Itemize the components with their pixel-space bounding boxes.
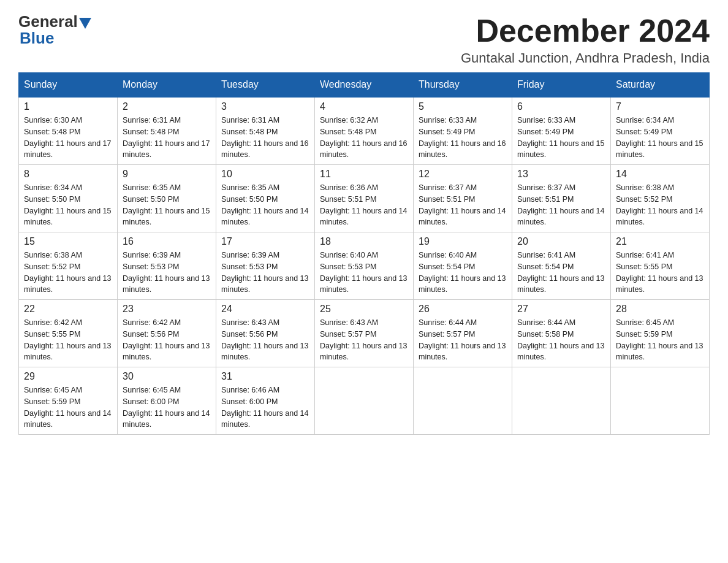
day-info: Sunrise: 6:41 AM Sunset: 5:55 PM Dayligh… (616, 250, 704, 296)
day-number: 11 (320, 169, 408, 180)
calendar-header-sunday: Sunday (19, 73, 118, 98)
day-info: Sunrise: 6:36 AM Sunset: 5:51 PM Dayligh… (320, 182, 408, 228)
day-info: Sunrise: 6:32 AM Sunset: 5:48 PM Dayligh… (320, 115, 408, 161)
calendar-header-friday: Friday (512, 73, 611, 98)
day-info: Sunrise: 6:43 AM Sunset: 5:56 PM Dayligh… (221, 317, 309, 363)
calendar-week-4: 22 Sunrise: 6:42 AM Sunset: 5:55 PM Dayl… (19, 300, 710, 367)
day-number: 3 (221, 101, 309, 112)
day-info: Sunrise: 6:43 AM Sunset: 5:57 PM Dayligh… (320, 317, 408, 363)
calendar-day: 1 Sunrise: 6:30 AM Sunset: 5:48 PM Dayli… (19, 97, 118, 165)
day-number: 2 (123, 101, 211, 112)
logo: General Blue (18, 12, 93, 48)
day-number: 9 (123, 169, 211, 180)
calendar-day: 22 Sunrise: 6:42 AM Sunset: 5:55 PM Dayl… (19, 300, 118, 367)
day-info: Sunrise: 6:34 AM Sunset: 5:50 PM Dayligh… (24, 182, 112, 228)
calendar-day: 29 Sunrise: 6:45 AM Sunset: 5:59 PM Dayl… (19, 367, 118, 435)
calendar-week-3: 15 Sunrise: 6:38 AM Sunset: 5:52 PM Dayl… (19, 232, 710, 300)
calendar-day: 16 Sunrise: 6:39 AM Sunset: 5:53 PM Dayl… (118, 232, 216, 300)
calendar-day: 4 Sunrise: 6:32 AM Sunset: 5:48 PM Dayli… (315, 97, 414, 165)
day-number: 30 (123, 371, 211, 382)
logo-arrow-icon (79, 18, 91, 29)
day-number: 17 (221, 236, 309, 247)
day-number: 22 (24, 304, 112, 315)
calendar-day: 15 Sunrise: 6:38 AM Sunset: 5:52 PM Dayl… (19, 232, 118, 300)
day-info: Sunrise: 6:42 AM Sunset: 5:56 PM Dayligh… (123, 317, 211, 363)
calendar-week-1: 1 Sunrise: 6:30 AM Sunset: 5:48 PM Dayli… (19, 97, 710, 165)
calendar-day: 8 Sunrise: 6:34 AM Sunset: 5:50 PM Dayli… (19, 165, 118, 232)
day-info: Sunrise: 6:41 AM Sunset: 5:54 PM Dayligh… (517, 250, 605, 296)
calendar-day: 7 Sunrise: 6:34 AM Sunset: 5:49 PM Dayli… (611, 97, 710, 165)
calendar-day (611, 367, 710, 435)
calendar-day (414, 367, 512, 435)
day-number: 7 (616, 101, 704, 112)
calendar-table: SundayMondayTuesdayWednesdayThursdayFrid… (18, 72, 710, 435)
calendar-day: 21 Sunrise: 6:41 AM Sunset: 5:55 PM Dayl… (611, 232, 710, 300)
day-number: 6 (517, 101, 605, 112)
calendar-day: 10 Sunrise: 6:35 AM Sunset: 5:50 PM Dayl… (216, 165, 315, 232)
day-info: Sunrise: 6:30 AM Sunset: 5:48 PM Dayligh… (24, 115, 112, 161)
calendar-header-monday: Monday (118, 73, 216, 98)
day-number: 8 (24, 169, 112, 180)
day-info: Sunrise: 6:37 AM Sunset: 5:51 PM Dayligh… (517, 182, 605, 228)
day-number: 16 (123, 236, 211, 247)
calendar-header-tuesday: Tuesday (216, 73, 315, 98)
day-number: 25 (320, 304, 408, 315)
calendar-day: 13 Sunrise: 6:37 AM Sunset: 5:51 PM Dayl… (512, 165, 611, 232)
calendar-day: 26 Sunrise: 6:44 AM Sunset: 5:57 PM Dayl… (414, 300, 512, 367)
day-info: Sunrise: 6:31 AM Sunset: 5:48 PM Dayligh… (123, 115, 211, 161)
day-number: 29 (24, 371, 112, 382)
day-info: Sunrise: 6:38 AM Sunset: 5:52 PM Dayligh… (616, 182, 704, 228)
calendar-header-saturday: Saturday (611, 73, 710, 98)
calendar-week-5: 29 Sunrise: 6:45 AM Sunset: 5:59 PM Dayl… (19, 367, 710, 435)
calendar-day: 24 Sunrise: 6:43 AM Sunset: 5:56 PM Dayl… (216, 300, 315, 367)
calendar-day: 17 Sunrise: 6:39 AM Sunset: 5:53 PM Dayl… (216, 232, 315, 300)
day-info: Sunrise: 6:37 AM Sunset: 5:51 PM Dayligh… (419, 182, 507, 228)
calendar-day: 3 Sunrise: 6:31 AM Sunset: 5:48 PM Dayli… (216, 97, 315, 165)
calendar-day (315, 367, 414, 435)
day-number: 1 (24, 101, 112, 112)
calendar-day: 27 Sunrise: 6:44 AM Sunset: 5:58 PM Dayl… (512, 300, 611, 367)
calendar-body: 1 Sunrise: 6:30 AM Sunset: 5:48 PM Dayli… (19, 97, 710, 435)
calendar-day: 12 Sunrise: 6:37 AM Sunset: 5:51 PM Dayl… (414, 165, 512, 232)
day-info: Sunrise: 6:46 AM Sunset: 6:00 PM Dayligh… (221, 385, 309, 431)
day-number: 5 (419, 101, 507, 112)
day-number: 12 (419, 169, 507, 180)
calendar-day: 30 Sunrise: 6:45 AM Sunset: 6:00 PM Dayl… (118, 367, 216, 435)
calendar-day: 6 Sunrise: 6:33 AM Sunset: 5:49 PM Dayli… (512, 97, 611, 165)
day-info: Sunrise: 6:40 AM Sunset: 5:53 PM Dayligh… (320, 250, 408, 296)
day-info: Sunrise: 6:44 AM Sunset: 5:58 PM Dayligh… (517, 317, 605, 363)
day-number: 26 (419, 304, 507, 315)
calendar-header: SundayMondayTuesdayWednesdayThursdayFrid… (19, 73, 710, 98)
month-title: December 2024 (461, 12, 710, 49)
day-number: 21 (616, 236, 704, 247)
calendar-header-thursday: Thursday (414, 73, 512, 98)
day-info: Sunrise: 6:40 AM Sunset: 5:54 PM Dayligh… (419, 250, 507, 296)
calendar-day: 23 Sunrise: 6:42 AM Sunset: 5:56 PM Dayl… (118, 300, 216, 367)
day-info: Sunrise: 6:35 AM Sunset: 5:50 PM Dayligh… (123, 182, 211, 228)
calendar-day: 20 Sunrise: 6:41 AM Sunset: 5:54 PM Dayl… (512, 232, 611, 300)
day-info: Sunrise: 6:42 AM Sunset: 5:55 PM Dayligh… (24, 317, 112, 363)
day-info: Sunrise: 6:33 AM Sunset: 5:49 PM Dayligh… (419, 115, 507, 161)
day-info: Sunrise: 6:35 AM Sunset: 5:50 PM Dayligh… (221, 182, 309, 228)
calendar-day: 11 Sunrise: 6:36 AM Sunset: 5:51 PM Dayl… (315, 165, 414, 232)
day-info: Sunrise: 6:39 AM Sunset: 5:53 PM Dayligh… (221, 250, 309, 296)
day-number: 10 (221, 169, 309, 180)
day-info: Sunrise: 6:34 AM Sunset: 5:49 PM Dayligh… (616, 115, 704, 161)
calendar-day: 5 Sunrise: 6:33 AM Sunset: 5:49 PM Dayli… (414, 97, 512, 165)
day-number: 31 (221, 371, 309, 382)
day-number: 24 (221, 304, 309, 315)
calendar-day: 25 Sunrise: 6:43 AM Sunset: 5:57 PM Dayl… (315, 300, 414, 367)
day-info: Sunrise: 6:44 AM Sunset: 5:57 PM Dayligh… (419, 317, 507, 363)
day-info: Sunrise: 6:45 AM Sunset: 5:59 PM Dayligh… (24, 385, 112, 431)
calendar-day: 19 Sunrise: 6:40 AM Sunset: 5:54 PM Dayl… (414, 232, 512, 300)
day-info: Sunrise: 6:38 AM Sunset: 5:52 PM Dayligh… (24, 250, 112, 296)
day-info: Sunrise: 6:39 AM Sunset: 5:53 PM Dayligh… (123, 250, 211, 296)
title-section: December 2024 Guntakal Junction, Andhra … (461, 12, 710, 66)
day-number: 18 (320, 236, 408, 247)
calendar-day: 18 Sunrise: 6:40 AM Sunset: 5:53 PM Dayl… (315, 232, 414, 300)
day-number: 19 (419, 236, 507, 247)
calendar-header-wednesday: Wednesday (315, 73, 414, 98)
day-info: Sunrise: 6:45 AM Sunset: 5:59 PM Dayligh… (616, 317, 704, 363)
day-info: Sunrise: 6:33 AM Sunset: 5:49 PM Dayligh… (517, 115, 605, 161)
day-number: 4 (320, 101, 408, 112)
